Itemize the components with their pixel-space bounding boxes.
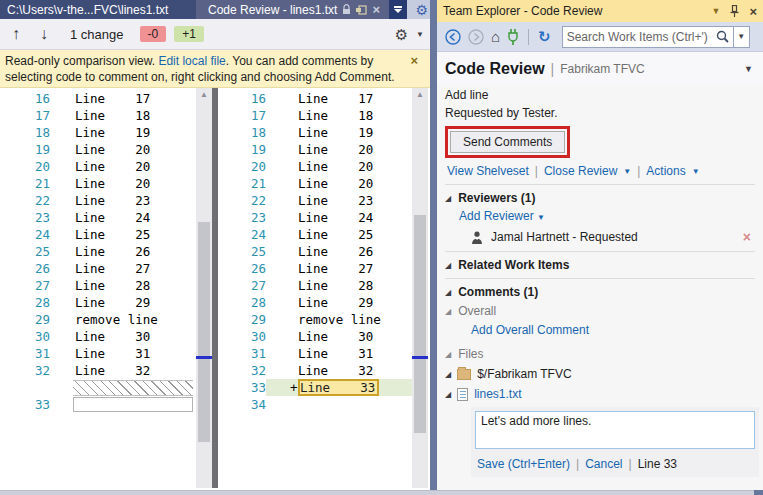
line-text[interactable]: Line 30: [75, 328, 150, 345]
close-review-link[interactable]: Close Review: [544, 164, 617, 178]
expander-icon[interactable]: ◢: [445, 390, 451, 399]
folder-tree-row[interactable]: ◢ $/Fabrikam TFVC: [445, 367, 755, 381]
line-text[interactable]: Line 18: [298, 107, 373, 124]
diff-row[interactable]: 28Line 29: [0, 294, 196, 311]
edit-local-file-link[interactable]: Edit local file: [158, 54, 225, 68]
expander-icon[interactable]: ◢: [445, 194, 451, 203]
file-tree-row[interactable]: ◢ lines1.txt: [445, 387, 755, 401]
line-text[interactable]: Line 26: [75, 243, 150, 260]
refresh-icon[interactable]: ↻: [538, 29, 551, 44]
page-switch-caret-icon[interactable]: ▼: [744, 64, 755, 74]
diff-row[interactable]: 31Line 31: [218, 345, 412, 362]
expander-icon[interactable]: ◢: [445, 307, 451, 316]
diff-row[interactable]: 19Line 20: [0, 141, 196, 158]
team-explorer-titlebar[interactable]: Team Explorer - Code Review ▼ ×: [437, 0, 763, 22]
next-change-icon[interactable]: ↓: [34, 25, 54, 43]
commented-line-highlight[interactable]: Line 33: [298, 379, 379, 396]
line-text[interactable]: Line 27: [75, 260, 150, 277]
line-text[interactable]: remove line: [298, 311, 381, 328]
line-text[interactable]: Line 30: [298, 328, 373, 345]
diff-row[interactable]: 23Line 24: [218, 209, 412, 226]
line-text[interactable]: Line 24: [298, 209, 373, 226]
line-text[interactable]: Line 24: [75, 209, 150, 226]
search-options-caret-icon[interactable]: ▼: [734, 26, 750, 48]
team-explorer-page-header[interactable]: Code Review | Fabrikam TFVC ▼: [437, 52, 763, 84]
diff-row[interactable]: 24Line 25: [218, 226, 412, 243]
line-text[interactable]: Line 20: [75, 175, 150, 192]
expander-icon[interactable]: ◢: [445, 350, 451, 359]
diff-row[interactable]: 20Line 20: [218, 158, 412, 175]
diff-row[interactable]: 27Line 28: [218, 277, 412, 294]
remove-reviewer-icon[interactable]: ×: [743, 229, 751, 245]
diff-row[interactable]: 31Line 31: [0, 345, 196, 362]
diff-row[interactable]: 29remove line: [218, 311, 412, 328]
diff-row[interactable]: [0, 379, 196, 396]
diff-row[interactable]: 18Line 19: [0, 124, 196, 141]
line-text[interactable]: Line 20: [298, 141, 373, 158]
files-group[interactable]: ◢ Files: [445, 347, 755, 361]
diff-row[interactable]: 27Line 28: [0, 277, 196, 294]
add-reviewer-link[interactable]: Add Reviewer: [459, 209, 534, 223]
line-text[interactable]: Line 20: [75, 141, 150, 158]
line-text[interactable]: Line 29: [298, 294, 373, 311]
document-list-dropdown[interactable]: [389, 0, 407, 19]
added-line-background[interactable]: +Line 33: [266, 379, 412, 396]
diff-row[interactable]: 34: [218, 396, 412, 413]
diff-row[interactable]: 25Line 26: [218, 243, 412, 260]
back-icon[interactable]: [445, 29, 461, 45]
diff-row[interactable]: 29remove line: [0, 311, 196, 328]
tab-code-review[interactable]: Code Review - lines1.txt ×: [201, 0, 387, 19]
tab-local-file[interactable]: C:\Users\v-the...FVC\lines1.txt: [0, 0, 196, 19]
section-reviewers[interactable]: ◢ Reviewers (1): [445, 191, 755, 205]
diff-right-pane[interactable]: 16Line 1717Line 1818Line 1919Line 2020Li…: [218, 88, 412, 488]
window-menu-caret-icon[interactable]: ▼: [711, 6, 720, 16]
line-text[interactable]: Line 20: [75, 158, 150, 175]
file-name-link[interactable]: lines1.txt: [474, 387, 521, 401]
diff-row[interactable]: 19Line 20: [218, 141, 412, 158]
overall-group[interactable]: ◢ Overall: [445, 304, 755, 318]
line-text[interactable]: Line 32: [75, 362, 150, 379]
left-pane-scrollbar[interactable]: ▲: [196, 88, 212, 488]
reviewer-row[interactable]: Jamal Hartnett - Requested ×: [471, 229, 755, 245]
diff-row[interactable]: 32Line 32: [0, 362, 196, 379]
scroll-up-icon[interactable]: ▲: [412, 90, 428, 99]
close-tab-icon[interactable]: ×: [372, 3, 380, 16]
line-text[interactable]: Line 20: [298, 175, 373, 192]
line-text[interactable]: Line 23: [75, 192, 150, 209]
line-text[interactable]: remove line: [75, 311, 158, 328]
close-review-caret-icon[interactable]: ▼: [623, 167, 631, 176]
pin-icon[interactable]: [730, 5, 739, 17]
diff-row[interactable]: 33: [0, 396, 196, 413]
line-text[interactable]: Line 19: [75, 124, 150, 141]
line-text[interactable]: Line 25: [298, 226, 373, 243]
line-text[interactable]: Line 27: [298, 260, 373, 277]
diff-row[interactable]: 18Line 19: [218, 124, 412, 141]
line-text[interactable]: Line 17: [298, 90, 373, 107]
scroll-up-icon[interactable]: ▲: [196, 90, 212, 99]
diff-settings-caret-icon[interactable]: ▼: [416, 30, 424, 39]
line-text[interactable]: Line 25: [75, 226, 150, 243]
diff-row[interactable]: 21Line 20: [0, 175, 196, 192]
line-text[interactable]: Line 26: [298, 243, 373, 260]
add-reviewer-caret-icon[interactable]: ▼: [537, 213, 545, 222]
view-shelveset-link[interactable]: View Shelveset: [447, 164, 529, 178]
section-related-work-items[interactable]: ◢ Related Work Items: [445, 258, 755, 272]
line-text[interactable]: Line 31: [298, 345, 373, 362]
search-icon[interactable]: [716, 30, 729, 43]
close-panel-icon[interactable]: ×: [749, 5, 757, 18]
search-input[interactable]: [567, 30, 716, 44]
diff-row[interactable]: 22Line 23: [218, 192, 412, 209]
section-comments[interactable]: ◢ Comments (1): [445, 285, 755, 299]
home-icon[interactable]: ⌂: [491, 29, 500, 44]
diff-row[interactable]: 24Line 25: [0, 226, 196, 243]
diff-left-pane[interactable]: 16Line 1717Line 1818Line 1919Line 2020Li…: [0, 88, 196, 488]
line-text[interactable]: Line 28: [298, 277, 373, 294]
diff-row[interactable]: 16Line 17: [0, 90, 196, 107]
diff-row[interactable]: 28Line 29: [218, 294, 412, 311]
line-text[interactable]: Line 29: [75, 294, 150, 311]
diff-row[interactable]: 22Line 23: [0, 192, 196, 209]
expander-icon[interactable]: ◢: [445, 288, 451, 297]
line-text[interactable]: Line 23: [298, 192, 373, 209]
line-text[interactable]: Line 18: [75, 107, 150, 124]
expander-icon[interactable]: ◢: [445, 261, 451, 270]
